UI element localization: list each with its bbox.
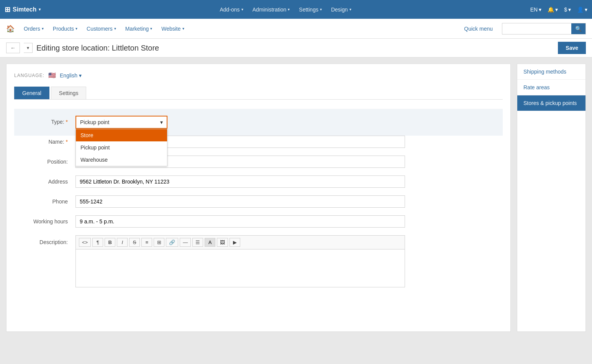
nav-products[interactable]: Products ▾ <box>53 26 77 32</box>
orders-caret: ▾ <box>42 26 44 31</box>
nav-design[interactable]: Design ▾ <box>331 7 351 13</box>
dropdown-item-pickup[interactable]: Pickup point <box>76 141 167 154</box>
notifications-bell[interactable]: 🔔 ▾ <box>548 7 558 13</box>
home-icon[interactable]: 🏠 <box>6 25 15 33</box>
address-label: Address <box>14 175 75 185</box>
second-bar: 🏠 Orders ▾ Products ▾ Customers ▾ Market… <box>0 19 592 39</box>
dropdown-item-warehouse[interactable]: Warehouse <box>76 154 167 166</box>
nav-customers[interactable]: Customers ▾ <box>87 26 116 32</box>
nav-marketing[interactable]: Marketing ▾ <box>125 26 152 32</box>
products-caret: ▾ <box>75 26 77 31</box>
toolbar-italic[interactable]: I <box>117 238 128 247</box>
search-box: 🔍 <box>502 23 586 34</box>
logo[interactable]: Simtech ▾ <box>5 5 41 14</box>
working-hours-input[interactable] <box>75 215 405 228</box>
nav-administration[interactable]: Administration ▾ <box>253 7 290 13</box>
description-label: Description: <box>14 235 75 245</box>
toolbar-ordered-list[interactable]: ⊞ <box>154 238 164 247</box>
main-content: LANGUAGE: 🇺🇸 English ▾ General Settings … <box>0 57 592 338</box>
phone-input[interactable] <box>75 195 405 208</box>
toolbar-font-color[interactable]: A <box>205 238 215 247</box>
dropdown-item-store[interactable]: Store <box>76 129 167 141</box>
page-title-bar: ← ▾ Editing store location: Littleton St… <box>0 39 592 57</box>
type-row: Type: * Pickup point ▾ Store Pickup poin… <box>14 109 503 136</box>
toolbar-align[interactable]: ☰ <box>192 238 203 247</box>
logo-text: Simtech <box>13 6 36 13</box>
flag-icon: 🇺🇸 <box>48 72 56 79</box>
toolbar-paragraph[interactable]: ¶ <box>92 238 103 247</box>
currency-switcher[interactable]: $ ▾ <box>564 7 571 13</box>
toolbar-media[interactable]: ▶ <box>230 238 240 247</box>
description-toolbar: <> ¶ B I S ≡ ⊞ 🔗 — ☰ A 🖼 ▶ <box>75 235 405 249</box>
save-button[interactable]: Save <box>558 42 586 54</box>
description-content[interactable] <box>75 249 405 287</box>
quick-menu[interactable]: Quick menu <box>464 26 493 32</box>
lang-caret: ▾ <box>79 72 82 79</box>
user-menu[interactable]: 👤 ▾ <box>577 7 587 13</box>
lang-switcher[interactable]: EN ▾ <box>530 7 541 13</box>
phone-label: Phone <box>14 195 75 205</box>
sidebar-item-stores-pickup[interactable]: Stores & pickup points <box>517 95 585 111</box>
toolbar-image[interactable]: 🖼 <box>217 238 228 247</box>
customers-caret: ▾ <box>114 26 116 31</box>
tab-general[interactable]: General <box>14 87 49 99</box>
addons-caret: ▾ <box>241 7 243 11</box>
language-selector[interactable]: English ▾ <box>60 72 82 79</box>
type-label: Type: * <box>14 116 75 125</box>
type-dropdown-menu: Store Pickup point Warehouse <box>75 129 167 166</box>
nav-settings[interactable]: Settings ▾ <box>299 7 322 13</box>
top-bar: Simtech ▾ Add-ons ▾ Administration ▾ Set… <box>0 0 592 19</box>
name-required-marker: * <box>66 139 68 145</box>
tabs: General Settings <box>14 87 503 100</box>
position-label: Position: <box>14 156 75 165</box>
language-row: LANGUAGE: 🇺🇸 English ▾ <box>14 72 503 79</box>
name-label: Name: * <box>14 136 75 145</box>
design-caret: ▾ <box>349 7 351 11</box>
toolbar-source[interactable]: <> <box>79 238 91 247</box>
address-row: Address <box>14 175 503 188</box>
toolbar-unordered-list[interactable]: ≡ <box>141 238 152 247</box>
marketing-caret: ▾ <box>150 26 152 31</box>
required-marker: * <box>66 119 68 125</box>
nav-addons[interactable]: Add-ons ▾ <box>220 7 243 13</box>
description-editor: <> ¶ B I S ≡ ⊞ 🔗 — ☰ A 🖼 ▶ <box>75 235 405 287</box>
nav-orders[interactable]: Orders ▾ <box>24 26 44 32</box>
top-bar-center: Add-ons ▾ Administration ▾ Settings ▾ De… <box>220 7 351 13</box>
address-input[interactable] <box>75 175 405 188</box>
toolbar-strikethrough[interactable]: S <box>129 238 140 247</box>
search-input[interactable] <box>502 23 571 34</box>
type-dropdown-wrapper: Pickup point ▾ Store Pickup point Wareho… <box>75 116 167 129</box>
back-button[interactable]: ← <box>6 43 20 53</box>
working-hours-row: Working hours <box>14 215 503 228</box>
type-dropdown-trigger[interactable]: Pickup point ▾ <box>75 116 167 129</box>
admin-caret: ▾ <box>288 7 290 11</box>
description-row: Description: <> ¶ B I S ≡ ⊞ 🔗 — ☰ A 🖼 ▶ <box>14 235 503 287</box>
website-caret: ▾ <box>182 26 184 31</box>
toolbar-link[interactable]: 🔗 <box>166 238 178 247</box>
toolbar-hr[interactable]: — <box>180 238 191 247</box>
top-bar-right: EN ▾ 🔔 ▾ $ ▾ 👤 ▾ <box>530 7 587 13</box>
dropdown-caret: ▾ <box>160 119 163 125</box>
logo-caret: ▾ <box>39 7 41 11</box>
working-hours-label: Working hours <box>14 215 75 225</box>
tab-settings[interactable]: Settings <box>51 87 87 99</box>
sidebar-item-shipping-methods[interactable]: Shipping methods <box>517 64 585 80</box>
phone-row: Phone <box>14 195 503 208</box>
nav-website[interactable]: Website ▾ <box>161 26 184 32</box>
settings-caret: ▾ <box>320 7 322 11</box>
content-area: LANGUAGE: 🇺🇸 English ▾ General Settings … <box>6 64 511 332</box>
toolbar-bold[interactable]: B <box>105 238 115 247</box>
sidebar-item-rate-areas[interactable]: Rate areas <box>517 80 585 95</box>
page-title: Editing store location: Littleton Store <box>36 44 554 52</box>
back-dropdown-button[interactable]: ▾ <box>24 43 33 53</box>
language-label: LANGUAGE: <box>14 73 44 78</box>
search-button[interactable]: 🔍 <box>571 23 585 34</box>
sidebar: Shipping methods Rate areas Stores & pic… <box>517 64 586 332</box>
